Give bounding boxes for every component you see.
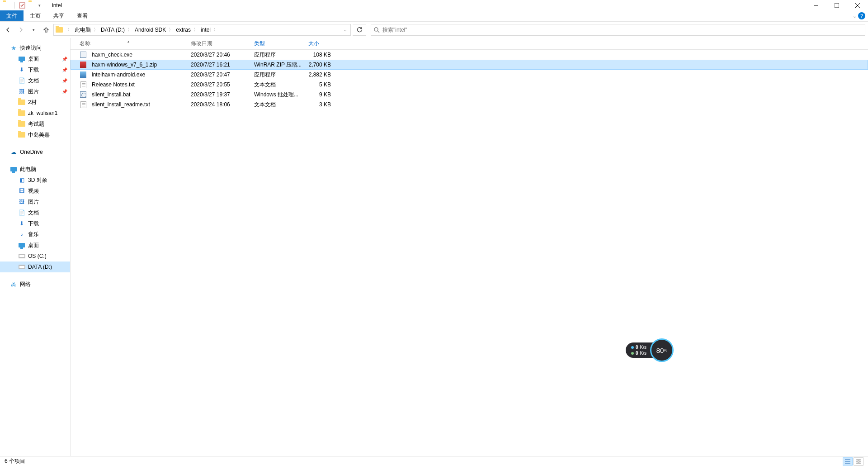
- title-bar: ▾ intel: [0, 0, 868, 10]
- forward-button[interactable]: [15, 24, 26, 35]
- inst-icon: [80, 71, 87, 78]
- separator: [45, 2, 45, 9]
- sidebar-item[interactable]: ◧3D 对象: [0, 175, 70, 185]
- address-bar[interactable]: 〉 此电脑 〉 DATA (D:) 〉 Android SDK 〉 extras…: [53, 24, 351, 36]
- breadcrumb-drive[interactable]: DATA (D:): [100, 27, 126, 33]
- sidebar-onedrive[interactable]: ☁ OneDrive: [0, 147, 70, 157]
- navigation-pane: ★ 快速访问 桌面📌⬇下载📌📄文档📌🖼图片📌2村zk_wulisan1考试题中岛…: [0, 38, 71, 456]
- sidebar-item[interactable]: 桌面📌: [0, 53, 70, 64]
- tab-home[interactable]: 主页: [24, 10, 47, 21]
- sidebar-item[interactable]: DATA (D:): [0, 262, 70, 272]
- minimize-button[interactable]: [806, 0, 826, 10]
- qat-newfolder-icon[interactable]: [28, 2, 36, 9]
- file-row[interactable]: intelhaxm-android.exe2020/3/27 20:47应用程序…: [71, 70, 868, 80]
- folder-icon: [18, 99, 25, 106]
- column-size[interactable]: 大小: [304, 40, 335, 48]
- svg-point-5: [374, 28, 378, 31]
- folder-icon: [18, 120, 25, 128]
- music-icon: ♪: [18, 231, 25, 238]
- column-name[interactable]: ▴ 名称: [71, 40, 186, 48]
- sidebar-item[interactable]: ⬇下载📌: [0, 64, 70, 75]
- file-type: WinRAR ZIP 压缩...: [250, 61, 304, 69]
- view-details-button[interactable]: [843, 457, 853, 466]
- doc-icon: 📄: [18, 209, 25, 216]
- file-date: 2020/3/24 18:06: [186, 101, 250, 108]
- column-headers: ▴ 名称 修改日期 类型 大小: [71, 38, 868, 50]
- breadcrumb-folder[interactable]: Android SDK: [134, 27, 167, 33]
- breadcrumb-folder[interactable]: extras: [175, 27, 192, 33]
- file-date: 2020/7/27 16:21: [186, 62, 250, 68]
- back-button[interactable]: [3, 24, 14, 35]
- column-type[interactable]: 类型: [250, 40, 304, 48]
- sidebar-network[interactable]: 🖧 网络: [0, 279, 70, 290]
- sidebar-item[interactable]: 🖼图片: [0, 196, 70, 207]
- file-size: 2,882 KB: [304, 71, 335, 78]
- sidebar-item[interactable]: ♪音乐: [0, 229, 70, 240]
- sidebar-item[interactable]: 桌面: [0, 240, 70, 251]
- chevron-right-icon[interactable]: 〉: [192, 27, 200, 33]
- sidebar-item[interactable]: 考试题: [0, 119, 70, 129]
- memory-gauge: 80%: [650, 338, 674, 362]
- help-icon[interactable]: ?: [858, 12, 865, 19]
- breadcrumb-folder[interactable]: intel: [200, 27, 212, 33]
- file-type: 应用程序: [250, 51, 304, 59]
- up-button[interactable]: [41, 24, 52, 35]
- chevron-right-icon[interactable]: 〉: [212, 27, 220, 33]
- sidebar-item[interactable]: 🎞视频: [0, 185, 70, 196]
- maximize-button[interactable]: [826, 0, 847, 10]
- file-icon: [80, 101, 87, 108]
- search-placeholder: 搜索"intel": [382, 26, 407, 34]
- main-area: ★ 快速访问 桌面📌⬇下载📌📄文档📌🖼图片📌2村zk_wulisan1考试题中岛…: [0, 38, 868, 456]
- doc-icon: 📄: [18, 77, 25, 84]
- download-icon: ⬇: [18, 66, 25, 73]
- chevron-right-icon[interactable]: 〉: [92, 27, 100, 33]
- sidebar-item[interactable]: OS (C:): [0, 251, 70, 262]
- file-size: 3 KB: [304, 101, 335, 108]
- pic-icon: 🖼: [18, 88, 25, 95]
- sidebar-item[interactable]: 🖼图片📌: [0, 86, 70, 97]
- file-size: 5 KB: [304, 81, 335, 88]
- sort-asc-icon: ▴: [127, 39, 129, 43]
- cloud-icon: ☁: [10, 148, 17, 156]
- breadcrumb-this-pc[interactable]: 此电脑: [74, 26, 92, 34]
- chevron-right-icon[interactable]: 〉: [126, 27, 134, 33]
- sidebar-this-pc[interactable]: 此电脑: [0, 164, 70, 175]
- tab-file[interactable]: 文件: [0, 10, 24, 21]
- sidebar-item[interactable]: zk_wulisan1: [0, 108, 70, 119]
- sidebar-item[interactable]: 📄文档: [0, 207, 70, 218]
- qat-properties-icon[interactable]: [19, 2, 26, 9]
- close-button[interactable]: [847, 0, 868, 10]
- sidebar-item[interactable]: 📄文档📌: [0, 75, 70, 86]
- file-row[interactable]: haxm-windows_v7_6_1.zip2020/7/27 16:21Wi…: [71, 60, 868, 70]
- file-row[interactable]: silent_install_readme.txt2020/3/24 18:06…: [71, 100, 868, 109]
- sidebar-item[interactable]: 中岛美嘉: [0, 129, 70, 140]
- column-date[interactable]: 修改日期: [186, 40, 250, 48]
- navigation-row: ▾ 〉 此电脑 〉 DATA (D:) 〉 Android SDK 〉 extr…: [0, 22, 868, 38]
- address-dropdown-icon[interactable]: ⌵: [340, 24, 350, 35]
- file-type: 应用程序: [250, 71, 304, 79]
- qat-dropdown-icon[interactable]: ▾: [38, 3, 41, 8]
- file-date: 2020/3/27 20:46: [186, 52, 250, 58]
- pin-icon: 📌: [62, 67, 67, 72]
- file-type: Windows 批处理...: [250, 91, 304, 99]
- chevron-right-icon[interactable]: 〉: [66, 27, 74, 33]
- file-row[interactable]: Release Notes.txt2020/3/27 20:55文本文档5 KB: [71, 80, 868, 90]
- sidebar-item[interactable]: 2村: [0, 97, 70, 108]
- star-icon: ★: [10, 44, 17, 52]
- folder-icon: [56, 26, 63, 33]
- sidebar-item[interactable]: ⬇下载: [0, 218, 70, 229]
- sidebar-quick-access[interactable]: ★ 快速访问: [0, 43, 70, 53]
- tab-share[interactable]: 共享: [47, 10, 71, 21]
- performance-widget[interactable]: 0K/s 0K/s 80%: [626, 338, 674, 362]
- tab-view[interactable]: 查看: [71, 10, 94, 21]
- search-input[interactable]: 搜索"intel": [371, 24, 865, 36]
- file-row[interactable]: haxm_check.exe2020/3/27 20:46应用程序108 KB: [71, 50, 868, 60]
- recent-dropdown-icon[interactable]: ▾: [28, 24, 39, 35]
- refresh-button[interactable]: [353, 24, 366, 36]
- chevron-right-icon[interactable]: 〉: [167, 27, 175, 33]
- file-date: 2020/3/27 20:47: [186, 71, 250, 78]
- file-row[interactable]: silent_install.bat2020/3/27 19:37Windows…: [71, 90, 868, 100]
- view-large-icons-button[interactable]: [854, 457, 863, 466]
- status-bar: 6 个项目: [0, 456, 868, 466]
- ribbon-expand-icon[interactable]: ⌵: [854, 14, 856, 19]
